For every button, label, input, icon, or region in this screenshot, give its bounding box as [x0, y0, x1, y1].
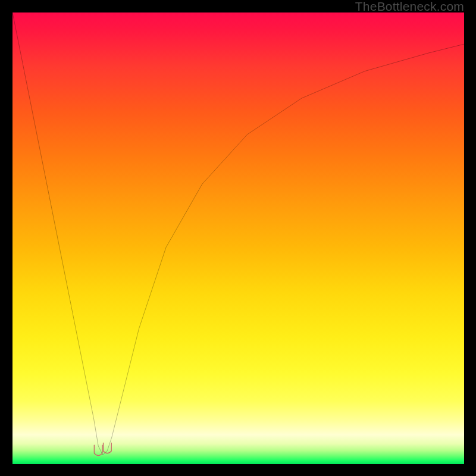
min-markers [94, 443, 111, 455]
bottleneck-curve [12, 12, 464, 455]
min-marker-1 [104, 443, 112, 453]
watermark-text: TheBottleneck.com [355, 0, 464, 14]
min-marker-0 [94, 445, 102, 455]
plot-area [12, 12, 464, 464]
outer-frame: TheBottleneck.com [0, 0, 476, 476]
chart-svg [12, 12, 464, 464]
